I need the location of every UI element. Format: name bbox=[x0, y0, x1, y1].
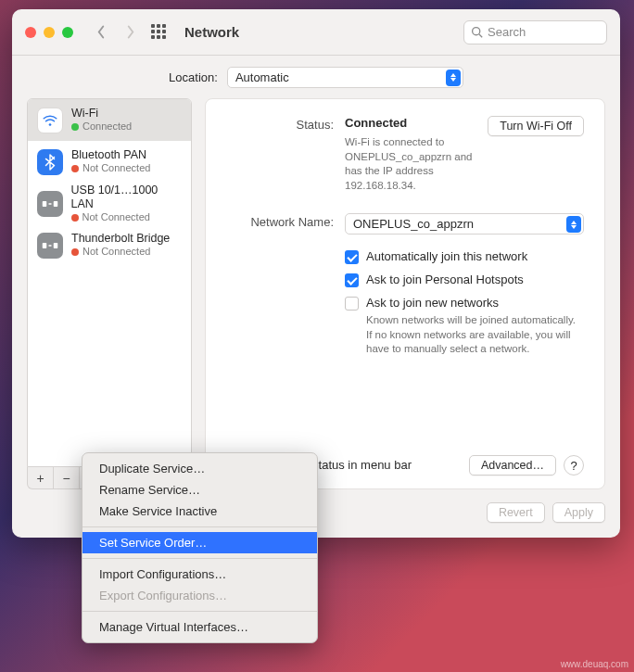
sidebar-item-usb-lan[interactable]: USB 10/1…1000 LAN Not Connected bbox=[28, 183, 191, 224]
ethernet-icon bbox=[37, 191, 63, 217]
auto-join-label: Automatically join this network bbox=[366, 249, 527, 263]
search-input[interactable]: Search bbox=[463, 20, 607, 44]
location-label: Location: bbox=[169, 70, 218, 84]
ethernet-icon bbox=[37, 233, 63, 259]
service-name: USB 10/1…1000 LAN bbox=[71, 184, 182, 211]
back-button[interactable] bbox=[90, 20, 112, 44]
menu-divider bbox=[82, 558, 317, 559]
ask-new-detail: Known networks will be joined automatica… bbox=[366, 313, 584, 357]
svg-rect-4 bbox=[54, 201, 58, 207]
service-status: Not Connected bbox=[82, 162, 150, 174]
sidebar-item-thunderbolt[interactable]: Thunderbolt Bridge Not Connected bbox=[28, 224, 191, 266]
zoom-icon[interactable] bbox=[62, 27, 73, 38]
menu-rename-service[interactable]: Rename Service… bbox=[82, 479, 317, 501]
search-placeholder: Search bbox=[488, 25, 526, 39]
svg-rect-3 bbox=[43, 201, 47, 207]
service-name: Thunderbolt Bridge bbox=[71, 232, 170, 246]
network-name-label: Network Name: bbox=[226, 213, 334, 229]
service-status: Not Connected bbox=[82, 211, 150, 223]
detail-panel: Status: Connected Wi-Fi is connected to … bbox=[205, 98, 605, 489]
watermark: www.deuaq.com bbox=[561, 659, 628, 669]
status-dot-icon bbox=[71, 165, 79, 172]
status-detail: Wi-Fi is connected to ONEPLUS_co_appzrn … bbox=[345, 135, 476, 193]
menu-divider bbox=[82, 526, 317, 527]
remove-service-button[interactable]: − bbox=[54, 467, 80, 488]
service-status: Not Connected bbox=[82, 246, 150, 258]
svg-rect-5 bbox=[48, 203, 51, 205]
sidebar-item-bluetooth[interactable]: Bluetooth PAN Not Connected bbox=[28, 141, 191, 183]
ask-new-label: Ask to join new networks bbox=[366, 296, 584, 310]
service-list[interactable]: Wi-Fi Connected Bluetooth PAN Not Connec… bbox=[27, 98, 192, 467]
search-icon bbox=[471, 26, 483, 38]
apply-button[interactable]: Apply bbox=[552, 502, 605, 523]
checkbox-on-icon bbox=[345, 250, 359, 264]
minimize-icon[interactable] bbox=[44, 27, 55, 38]
service-name: Bluetooth PAN bbox=[71, 148, 150, 162]
location-select[interactable]: Automatic bbox=[227, 67, 463, 88]
status-label: Status: bbox=[226, 116, 334, 132]
svg-point-0 bbox=[473, 28, 480, 35]
menu-set-service-order[interactable]: Set Service Order… bbox=[82, 532, 317, 553]
svg-line-1 bbox=[479, 34, 482, 37]
svg-rect-7 bbox=[54, 243, 58, 248]
status-dot-icon bbox=[71, 214, 79, 222]
location-value: Automatic bbox=[235, 70, 289, 84]
add-service-button[interactable]: + bbox=[28, 467, 54, 488]
location-row: Location: Automatic bbox=[12, 56, 620, 98]
status-value: Connected bbox=[345, 116, 476, 130]
menu-duplicate-service[interactable]: Duplicate Service… bbox=[82, 458, 317, 479]
titlebar: Network Search bbox=[12, 9, 620, 56]
menu-divider bbox=[82, 611, 317, 612]
menu-manage-virtual[interactable]: Manage Virtual Interfaces… bbox=[82, 616, 317, 638]
menu-export-config: Export Configurations… bbox=[82, 585, 317, 606]
show-all-icon[interactable] bbox=[151, 24, 168, 41]
wifi-icon bbox=[37, 108, 63, 133]
svg-point-2 bbox=[49, 123, 52, 126]
advanced-button[interactable]: Advanced… bbox=[469, 455, 556, 475]
menu-import-config[interactable]: Import Configurations… bbox=[82, 564, 317, 585]
service-sidebar: Wi-Fi Connected Bluetooth PAN Not Connec… bbox=[27, 98, 192, 489]
svg-rect-8 bbox=[49, 245, 52, 247]
auto-join-checkbox[interactable]: Automatically join this network bbox=[345, 249, 584, 264]
window-traffic-lights bbox=[25, 27, 73, 38]
service-name: Wi-Fi bbox=[71, 107, 132, 120]
service-status: Connected bbox=[82, 120, 132, 133]
close-icon[interactable] bbox=[25, 27, 36, 38]
svg-rect-6 bbox=[43, 243, 47, 248]
checkbox-on-icon bbox=[345, 273, 359, 287]
forward-button[interactable] bbox=[120, 20, 142, 44]
status-dot-icon bbox=[71, 123, 79, 131]
chevron-updown-icon bbox=[446, 70, 461, 86]
network-name-select[interactable]: ONEPLUS_co_appzrn bbox=[345, 213, 584, 235]
help-button[interactable]: ? bbox=[564, 455, 584, 475]
bluetooth-icon bbox=[37, 149, 63, 175]
status-dot-icon bbox=[71, 248, 79, 256]
menu-make-inactive[interactable]: Make Service Inactive bbox=[82, 501, 317, 522]
sidebar-item-wifi[interactable]: Wi-Fi Connected bbox=[28, 99, 191, 141]
ask-hotspots-label: Ask to join Personal Hotspots bbox=[366, 273, 524, 286]
revert-button[interactable]: Revert bbox=[487, 502, 545, 523]
service-actions-menu: Duplicate Service… Rename Service… Make … bbox=[82, 452, 318, 643]
turn-wifi-off-button[interactable]: Turn Wi-Fi Off bbox=[488, 116, 584, 136]
ask-hotspots-checkbox[interactable]: Ask to join Personal Hotspots bbox=[345, 273, 584, 287]
ask-new-checkbox[interactable]: Ask to join new networks Known networks … bbox=[345, 296, 584, 357]
chevron-updown-icon bbox=[566, 216, 581, 233]
checkbox-off-icon bbox=[345, 297, 359, 311]
network-name-value: ONEPLUS_co_appzrn bbox=[353, 217, 474, 231]
page-title: Network bbox=[184, 24, 239, 40]
